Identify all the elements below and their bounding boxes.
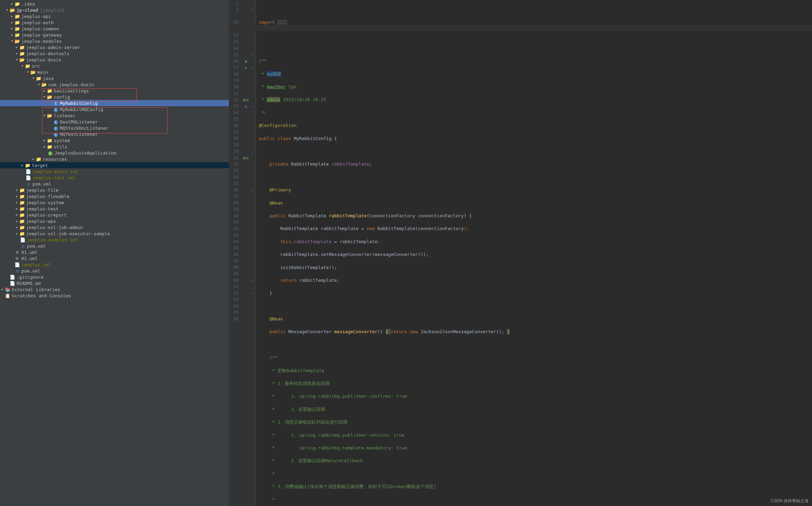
tree-item[interactable]: 📋Scratches and Consoles [0, 292, 229, 299]
module-label: jp-cloud [17, 8, 38, 13]
tree-item-selected[interactable]: CMyRabbitConfig [0, 100, 229, 106]
tree-item[interactable]: ▶📁jeeplus-wps [0, 218, 229, 224]
tree-item[interactable]: ▶📁jeeplus-flowable [0, 193, 229, 199]
tree-item[interactable]: ▶📁basicsettings [0, 88, 229, 94]
tree-item[interactable]: 📄jeeplus-modules.iml [0, 237, 229, 243]
tree-item[interactable]: 📄jeeplus-duxin.iml [0, 168, 229, 175]
tree-item[interactable]: ▶📁jeeplus-xxl-job-admin [0, 224, 229, 230]
module-suffix: [jeeplus] [40, 8, 64, 13]
tree-item[interactable]: ▼📂listener [0, 112, 229, 119]
tree-item[interactable]: mpom.xml [0, 243, 229, 249]
tree-item[interactable]: ▼📁java [0, 75, 229, 81]
tree-item[interactable]: ▶📁jeeplus-api [0, 13, 229, 19]
tree-item[interactable]: CMQStockDocListener [0, 125, 229, 131]
line-numbers: 2310111213141516171819202122232425262728… [229, 0, 242, 506]
tree-item[interactable]: ▼📁src [0, 63, 229, 69]
tree-item[interactable]: ▼📂jeeplus-modules [0, 38, 229, 44]
tree-item[interactable]: 📄jeeplus-test.iml [0, 175, 229, 181]
scratch-icon: 📋 [5, 293, 10, 298]
folded-region[interactable]: ... [277, 20, 287, 25]
maven-icon: m [26, 181, 31, 187]
maven-icon: m [14, 268, 20, 274]
tree-item[interactable]: ⊞02.uml [0, 255, 229, 261]
editor-gutter: 2310111213141516171819202122232425262728… [229, 0, 256, 506]
uml-icon: ⊞ [14, 250, 20, 255]
tree-item[interactable]: ▶📁jeeplus-auth [0, 19, 229, 26]
class-icon: C [54, 108, 58, 112]
bean-nav-icon[interactable]: ❀ [246, 155, 249, 160]
tree-item[interactable]: CMQTestListener [0, 131, 229, 137]
tree-item[interactable]: ▼📂jp-cloud[jeeplus] [0, 7, 229, 13]
tree-item[interactable]: mpom.xml [0, 268, 229, 274]
tree-item[interactable]: ⊞01.uml [0, 249, 229, 255]
tree-item[interactable]: ▼📂jeeplus-duxin [0, 57, 229, 63]
class-icon: C [54, 102, 58, 106]
tree-item[interactable]: ▶📁jeeplus-ureport [0, 212, 229, 218]
tree-item[interactable]: ▶📁jeeplus-xxl-job-executor-sample [0, 230, 229, 237]
watermark: CSDN @抹香鲸之海 [771, 498, 809, 504]
tree-item[interactable]: ▶📁jeeplus-system [0, 199, 229, 206]
ide-window: ▶📁.idea ▼📂jp-cloud[jeeplus] ▶📁jeeplus-ap… [0, 0, 812, 506]
class-icon: C [54, 133, 58, 137]
tree-item[interactable]: ▶📁.idea [0, 1, 229, 7]
recursive-icon[interactable]: ↻ [245, 104, 247, 109]
maven-icon: m [20, 244, 26, 249]
class-icon: C [54, 120, 58, 125]
uml-icon: ⊞ [14, 256, 20, 261]
class-icon: C [54, 127, 58, 131]
tree-item[interactable]: ▶📁jeeplus-common [0, 26, 229, 32]
code-area[interactable]: import ... /** * mq模板 * @author lgn * @d… [256, 0, 812, 506]
tree-item[interactable]: ▶📁jeeplus-test [0, 206, 229, 212]
run-icon[interactable]: ▸ [245, 65, 247, 70]
bean-nav-icon[interactable]: ❀ [246, 97, 249, 102]
spring-bean-icon[interactable]: ❀ [245, 59, 247, 64]
spring-bean-icon[interactable]: ❀ [243, 97, 246, 102]
project-tree[interactable]: ▶📁.idea ▼📂jp-cloud[jeeplus] ▶📁jeeplus-ap… [0, 0, 229, 506]
folder-label: .idea [21, 1, 35, 7]
tree-item[interactable]: ▼📂main [0, 69, 229, 75]
tree-item[interactable]: 📄jeeplus.iml [0, 261, 229, 268]
tree-item[interactable]: ▼📂com.jeeplus.duxin [0, 81, 229, 88]
tree-item[interactable]: ▶📚External Libraries [0, 286, 229, 292]
code-editor[interactable]: 2310111213141516171819202122232425262728… [229, 0, 812, 506]
tree-item[interactable]: ▼📂config [0, 94, 229, 100]
tree-item[interactable]: ▶📁utils [0, 143, 229, 150]
tree-item[interactable]: ▶📁jeeplus-file [0, 187, 229, 193]
tree-item[interactable]: ▶📁jeeplus-gateway [0, 32, 229, 38]
gutter-icons: ❀ ▸ ❀❀ ↻ ❀❀ [242, 0, 251, 506]
tree-item[interactable]: ▶📁jeeplus-devtools [0, 50, 229, 57]
tree-item[interactable]: CJeeplusDuxinApplication [0, 150, 229, 156]
tree-item[interactable]: ▶📁target [0, 162, 229, 168]
tree-item[interactable]: CMyRabbitMQConfig [0, 106, 229, 112]
tree-item[interactable]: ▶📁system [0, 137, 229, 143]
tree-item[interactable]: 📄README.md [0, 280, 229, 286]
tree-item[interactable]: CDealMQListener [0, 119, 229, 125]
class-icon: C [48, 151, 52, 156]
spring-bean-icon[interactable]: ❀ [243, 155, 246, 160]
tree-item[interactable]: ▶📁jeeplus-admin-server [0, 44, 229, 50]
tree-item[interactable]: ▶📁resources [0, 156, 229, 162]
fold-column[interactable]: ⊕⊟⊟⊟⊟⊟⊟⊟ [251, 0, 256, 506]
tree-item[interactable]: 📄.gitignore [0, 274, 229, 280]
library-icon: 📚 [5, 287, 10, 292]
tree-item[interactable]: mpom.xml [0, 181, 229, 187]
